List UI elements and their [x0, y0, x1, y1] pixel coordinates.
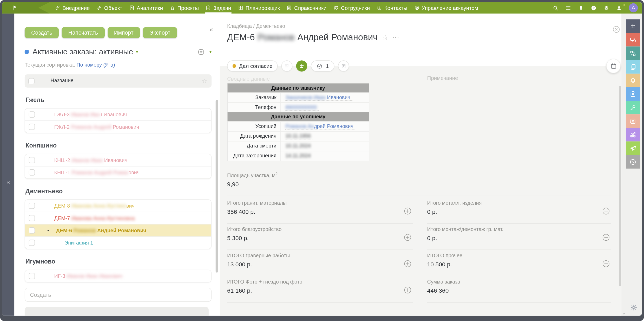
sidebar-button-2[interactable]: Напечатать	[62, 27, 105, 38]
field-value[interactable]: 356 400 р.	[227, 208, 413, 215]
paper-plane-icon[interactable]	[626, 142, 640, 155]
quick-create-input[interactable]	[25, 288, 212, 302]
star-column-icon[interactable]: ☆	[202, 78, 207, 84]
key-icon[interactable]	[626, 101, 640, 114]
table-row-value[interactable]: Заказчиков Иван Иванович	[281, 93, 369, 102]
collapse-panel-chevron[interactable]: «	[2, 179, 14, 185]
add-value-button[interactable]	[602, 259, 610, 268]
nav-item-2[interactable]: Объект	[93, 2, 126, 14]
description-button[interactable]	[281, 60, 293, 72]
field-value[interactable]: 10 500 р.	[427, 261, 611, 268]
nav-item-3[interactable]: Аналитики	[126, 2, 166, 14]
process-button[interactable]	[296, 60, 307, 72]
horizontal-scrollbar-track[interactable]	[25, 307, 209, 316]
field-value[interactable]: 446 360	[427, 287, 611, 294]
sidebar-collapse-chevron[interactable]: «	[209, 26, 213, 33]
list-filter-button[interactable]: ▾	[197, 48, 212, 56]
view-title[interactable]: Активные заказы: активные	[32, 47, 133, 56]
add-value-button[interactable]	[602, 207, 610, 215]
monument-icon[interactable]	[626, 19, 640, 33]
column-header-name[interactable]: Название	[50, 78, 73, 84]
help-icon[interactable]	[591, 5, 597, 11]
row-checkbox[interactable]	[29, 203, 35, 209]
row-checkbox[interactable]	[29, 124, 35, 130]
add-value-button[interactable]	[403, 259, 412, 268]
field-value[interactable]: 0 р.	[427, 235, 611, 241]
field-value[interactable]: 5 300 р.	[227, 235, 413, 241]
add-value-button[interactable]	[602, 233, 610, 242]
subtask-row[interactable]: Эпитафия 1	[25, 236, 211, 249]
select-all-checkbox[interactable]	[28, 78, 35, 84]
nav-item-9[interactable]: Контакты	[373, 2, 411, 14]
close-task-button[interactable]	[612, 25, 621, 34]
table-row-value[interactable]: 89000000000	[281, 103, 369, 112]
bell-icon[interactable]	[626, 74, 640, 87]
table-row-value[interactable]: 10.11.2024	[281, 142, 369, 151]
rocket-icon[interactable]	[578, 5, 584, 11]
row-checkbox[interactable]	[29, 227, 35, 234]
status-badge[interactable]: Дал согласие	[227, 60, 278, 72]
nav-item-10[interactable]: Управление аккаунтом	[411, 2, 482, 14]
row-checkbox[interactable]	[29, 240, 35, 246]
nav-item-5[interactable]: Задачи	[202, 2, 234, 14]
view-title-caret-icon[interactable]: ▾	[136, 49, 138, 54]
order-row[interactable]: ИГ-3 Иванов Иван Иванович	[25, 270, 211, 282]
user-icon[interactable]: 0	[616, 5, 622, 11]
expand-caret-icon[interactable]: ▾	[47, 228, 49, 233]
nav-item-8[interactable]: Сотрудники	[330, 2, 373, 14]
settings-gear-icon[interactable]	[630, 303, 638, 312]
favorite-star-icon[interactable]: ☆	[382, 33, 389, 42]
order-row[interactable]: ▾ДЕМ-6 Романов Андрей Романович	[25, 224, 211, 236]
nav-item-1[interactable]: Внедрение	[51, 2, 93, 14]
search-icon[interactable]	[553, 5, 559, 11]
notes-button[interactable]	[338, 60, 349, 72]
nav-item-4[interactable]: Проекты	[166, 2, 202, 14]
row-checkbox[interactable]	[29, 273, 35, 279]
field-value[interactable]: 13 000 р.	[227, 261, 413, 268]
nav-item-7[interactable]: Справочники	[283, 2, 330, 14]
checklist-counter[interactable]: 1	[311, 60, 334, 72]
breadcrumb[interactable]: Кладбища / Дементьево	[227, 23, 621, 29]
sidebar-scrollbar[interactable]	[216, 100, 218, 273]
sort-value-link[interactable]: По номеру (Я-а)	[76, 62, 115, 68]
order-row[interactable]: ДЕМ-7 Иванова Анна Иустиновна	[25, 212, 211, 224]
avatar[interactable]: A	[629, 3, 638, 12]
order-row[interactable]: ГЖЛ-2 Романов Андрей Романович	[25, 120, 211, 133]
table-row-value[interactable]: 10.11.1956	[281, 132, 369, 141]
planfix-logo[interactable]	[2, 2, 50, 14]
order-row[interactable]: ДЕМ-8 Иванова Анна Иустинович	[25, 200, 211, 212]
clipboard-icon[interactable]	[626, 87, 640, 101]
sidebar-button-4[interactable]: Экспорт	[143, 27, 177, 38]
row-checkbox[interactable]	[29, 215, 35, 221]
layers-icon[interactable]	[603, 5, 610, 11]
menu-icon[interactable]	[565, 5, 571, 11]
rail-scroll-down-icon[interactable]: ⌄	[622, 311, 626, 315]
row-checkbox[interactable]	[29, 169, 35, 176]
field-value[interactable]: 0 р.	[427, 208, 611, 215]
order-row[interactable]: КНШ-1 Романов Андрей Романович	[25, 166, 211, 178]
wave-circle-icon[interactable]	[626, 155, 640, 169]
calendar-button[interactable]	[606, 59, 621, 73]
sidebar-button-1[interactable]: Создать	[25, 27, 59, 38]
add-value-button[interactable]	[403, 207, 412, 215]
add-value-button[interactable]	[403, 286, 412, 294]
chat-bubbles-icon[interactable]	[626, 33, 640, 46]
copy-docs-icon[interactable]	[626, 60, 640, 74]
notes-placeholder[interactable]: Примечание	[427, 75, 458, 81]
sidebar-button-3[interactable]: Импорт	[108, 27, 140, 38]
table-row-value[interactable]: 14.11.2024	[281, 151, 369, 161]
area-value[interactable]: 9,90	[227, 181, 611, 188]
row-checkbox[interactable]	[29, 157, 35, 163]
order-row[interactable]: КНШ-2 Иванов Иван Иванович	[25, 154, 211, 166]
nav-item-6[interactable]: Планировщик	[234, 2, 283, 14]
row-checkbox[interactable]	[29, 111, 35, 118]
process-icon[interactable]	[626, 47, 640, 60]
chart-icon[interactable]	[626, 128, 640, 142]
add-value-button[interactable]	[403, 233, 412, 242]
content-scrollbar[interactable]	[619, 86, 621, 286]
field-value[interactable]: 61 160 р.	[227, 287, 413, 294]
order-row[interactable]: ГЖЛ-3 Иванов Иван Иванович	[25, 108, 211, 120]
more-actions-icon[interactable]: ⋯	[392, 33, 399, 42]
contact-card-icon[interactable]	[626, 114, 640, 128]
table-row-value[interactable]: Романов Андрей Романович	[281, 122, 369, 131]
